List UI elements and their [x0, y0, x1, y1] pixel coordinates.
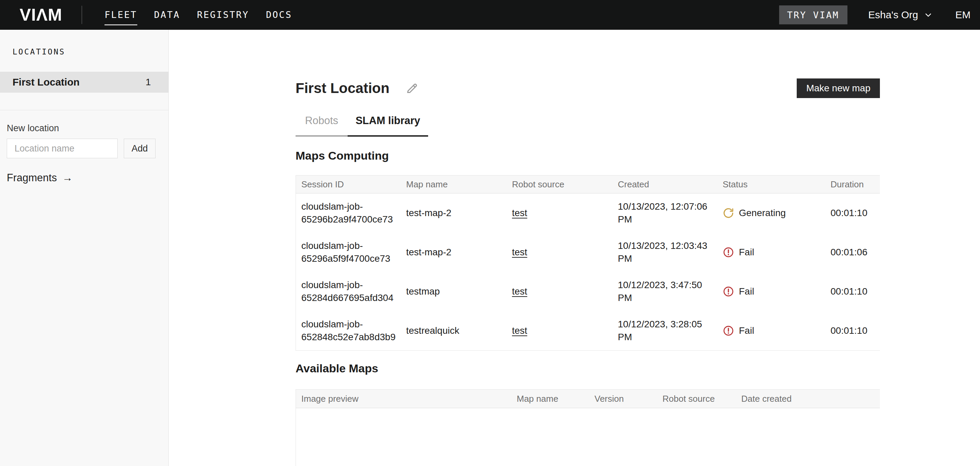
locations-sidebar: LOCATIONS First Location 1 New location …: [0, 30, 169, 466]
add-location-button[interactable]: Add: [124, 138, 156, 158]
maps-computing-header-row: Session ID Map name Robot source Created…: [296, 175, 880, 193]
locations-heading: LOCATIONS: [0, 30, 169, 56]
page-header: First Location Make new map: [296, 78, 880, 98]
duration-cell: 00:01:06: [830, 246, 880, 259]
fragments-link[interactable]: Fragments →: [7, 172, 73, 184]
arrow-right-icon: →: [62, 172, 73, 184]
org-switcher[interactable]: Esha's Org: [869, 9, 933, 21]
column-map-name: Map name: [517, 394, 595, 404]
column-date-created: Date created: [741, 394, 880, 404]
duration-cell: 00:01:10: [830, 207, 880, 219]
available-maps-header-row: Image preview Map name Version Robot sou…: [296, 389, 880, 408]
column-version: Version: [595, 394, 662, 404]
robot-source-link[interactable]: test: [512, 208, 527, 218]
robot-source-link[interactable]: test: [512, 247, 527, 258]
map-name-cell: test-map-2: [406, 246, 512, 259]
column-duration: Duration: [830, 179, 880, 190]
table-row: cloudslam-job-65296a5f9f4700ce73 test-ma…: [296, 233, 880, 272]
tab-robots[interactable]: Robots: [296, 114, 348, 137]
refresh-icon: [723, 207, 734, 219]
status-cell: Fail: [723, 246, 830, 259]
status-cell: Fail: [723, 285, 830, 298]
table-row: cloudslam-job-652848c52e7ab8d3b9 testrea…: [296, 311, 880, 350]
nav-divider: [81, 6, 82, 24]
tab-slam-library[interactable]: SLAM library: [348, 114, 428, 137]
error-icon: [723, 286, 734, 297]
session-id-cell: cloudslam-job-652848c52e7ab8d3b9: [301, 318, 406, 344]
session-id-cell: cloudslam-job-65296b2a9f4700ce73: [301, 200, 406, 226]
robot-source-link[interactable]: test: [512, 286, 527, 297]
status-cell: Generating: [723, 207, 830, 219]
status-label: Fail: [739, 246, 754, 259]
table-row: cloudslam-job-65284d667695afd304 testmap…: [296, 272, 880, 311]
location-name-input[interactable]: [7, 138, 118, 158]
page-title: First Location: [296, 78, 390, 98]
column-created: Created: [618, 179, 723, 190]
location-count-badge: 1: [145, 77, 151, 87]
org-name: Esha's Org: [869, 9, 918, 21]
created-cell: 10/12/2023, 3:28:05 PM: [618, 318, 723, 344]
column-robot-source: Robot source: [662, 394, 741, 404]
column-map-name: Map name: [406, 179, 512, 190]
available-maps-empty-body: [296, 408, 880, 466]
viam-logo[interactable]: VIΛM: [20, 5, 62, 25]
error-icon: [723, 325, 734, 337]
maps-computing-table: Session ID Map name Robot source Created…: [296, 175, 880, 351]
new-location-label: New location: [7, 123, 169, 134]
nav-link-data[interactable]: DATA: [154, 0, 180, 30]
map-name-cell: test-map-2: [406, 207, 512, 219]
available-maps-heading: Available Maps: [296, 362, 880, 374]
error-icon: [723, 247, 734, 258]
top-nav: VIΛM FLEET DATA REGISTRY DOCS TRY VIAM E…: [0, 0, 980, 30]
maps-computing-heading: Maps Computing: [296, 150, 880, 162]
maps-computing-body: cloudslam-job-65296b2a9f4700ce73 test-ma…: [296, 193, 880, 351]
session-id-cell: cloudslam-job-65284d667695afd304: [301, 279, 406, 304]
location-name: First Location: [13, 76, 80, 88]
robot-source-link[interactable]: test: [512, 325, 527, 336]
make-new-map-button[interactable]: Make new map: [797, 78, 880, 98]
column-robot-source: Robot source: [512, 179, 618, 190]
nav-link-registry[interactable]: REGISTRY: [197, 0, 249, 30]
column-image-preview: Image preview: [301, 394, 517, 404]
available-maps-table: Image preview Map name Version Robot sou…: [296, 389, 880, 466]
created-cell: 10/13/2023, 12:03:43 PM: [618, 239, 723, 265]
fragments-label: Fragments: [7, 172, 57, 184]
column-session-id: Session ID: [301, 179, 406, 190]
sidebar-divider: [0, 110, 169, 110]
chevron-down-icon: [924, 10, 933, 20]
duration-cell: 00:01:10: [830, 324, 880, 337]
user-avatar[interactable]: EM: [955, 9, 970, 21]
map-name-cell: testmap: [406, 285, 512, 298]
status-label: Fail: [739, 324, 754, 337]
main-content: First Location Make new map Robots SLAM …: [169, 30, 980, 466]
map-name-cell: testrealquick: [406, 324, 512, 337]
duration-cell: 00:01:10: [830, 285, 880, 298]
status-label: Generating: [739, 207, 786, 219]
status-label: Fail: [739, 285, 754, 298]
sidebar-item-first-location[interactable]: First Location 1: [0, 72, 169, 93]
tab-bar: Robots SLAM library: [296, 114, 880, 137]
try-viam-button[interactable]: TRY VIAM: [779, 5, 848, 24]
edit-pencil-icon[interactable]: [405, 81, 418, 95]
new-location-form: Add: [7, 138, 162, 158]
nav-link-fleet[interactable]: FLEET: [105, 0, 137, 30]
status-cell: Fail: [723, 324, 830, 337]
created-cell: 10/12/2023, 3:47:50 PM: [618, 279, 723, 304]
created-cell: 10/13/2023, 12:07:06 PM: [618, 200, 723, 226]
primary-nav: FLEET DATA REGISTRY DOCS: [105, 0, 292, 30]
nav-link-docs[interactable]: DOCS: [266, 0, 292, 30]
session-id-cell: cloudslam-job-65296a5f9f4700ce73: [301, 239, 406, 265]
column-status: Status: [723, 179, 830, 190]
table-row: cloudslam-job-65296b2a9f4700ce73 test-ma…: [296, 193, 880, 233]
